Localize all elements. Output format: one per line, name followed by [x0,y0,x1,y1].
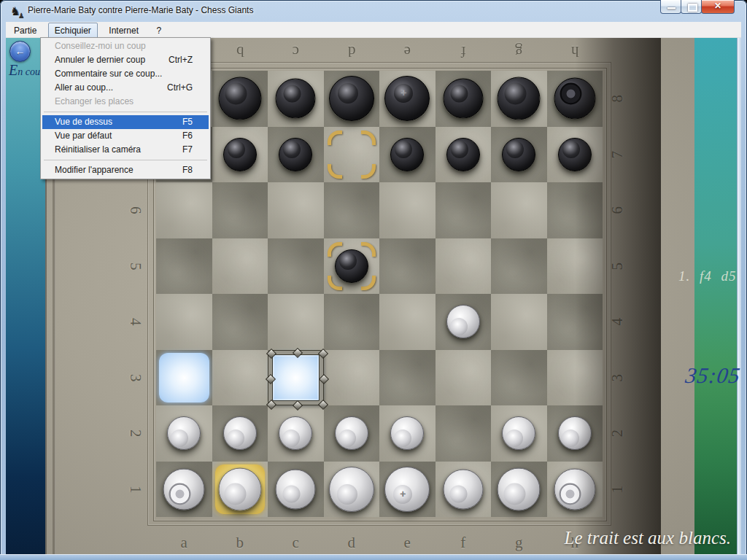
minimize-button[interactable] [660,0,681,14]
square-a6[interactable] [156,182,212,238]
menu-item-modifier-l-apparence[interactable]: Modifier l'apparenceF8 [42,163,209,177]
piece-white-queen-d1[interactable] [329,467,374,512]
square-f3[interactable] [436,350,492,406]
piece-white-pawn-a2[interactable] [167,416,201,450]
knight-head [503,483,525,505]
piece-black-queen-d8[interactable] [329,76,374,121]
piece-black-pawn-f7[interactable] [446,138,480,171]
square-f5[interactable] [436,238,492,295]
menu-item-commentaire-sur-ce-coup[interactable]: Commentaire sur ce coup... [42,67,209,81]
menu-item-shortcut: Ctrl+G [167,81,193,95]
menu-item-annuler-le-dernier-coup[interactable]: Annuler le dernier coupCtrl+Z [42,53,209,67]
square-b6[interactable] [212,182,268,238]
square-f6[interactable] [436,182,492,238]
chess-knight-icon: ♞♟ [10,5,25,18]
pawn-head [283,141,301,158]
file-label-top-g: g [491,42,547,61]
piece-white-pawn-g2[interactable] [502,416,535,450]
square-g4[interactable] [491,294,547,350]
square-d3[interactable] [324,350,380,406]
piece-black-bishop-f8[interactable] [443,79,483,119]
square-c6[interactable] [268,182,324,238]
rank-label-left-4: 4 [108,310,164,333]
square-a5[interactable] [156,238,212,295]
menu-bar: Partie Echiquier Internet ? [6,22,741,38]
cursor-frame-c3 [268,351,323,405]
back-button[interactable]: ← [9,41,31,62]
square-g3[interactable] [491,350,547,406]
menubar-item-partie[interactable]: Partie [7,23,43,39]
pawn-head [227,429,244,447]
piece-white-pawn-f4[interactable] [446,305,480,338]
turn-indicator: Le trait est aux blancs. [565,528,731,548]
square-f2[interactable] [436,405,492,462]
piece-white-pawn-d2[interactable] [335,416,368,450]
chess-board [156,71,603,517]
menu-item-vue-de-dessus[interactable]: Vue de dessusF5 [42,115,209,129]
piece-white-pawn-e2[interactable] [390,416,424,450]
square-b5[interactable] [212,238,268,295]
square-e4[interactable] [379,294,436,350]
rank-label-left-6: 6 [108,198,164,222]
navigation-panel: ← En cou [6,38,45,554]
pawn-head [282,429,300,447]
square-a4[interactable] [156,294,212,350]
square-d4[interactable] [324,294,380,350]
piece-black-king-e8[interactable] [384,76,430,121]
close-icon: ✕ [702,1,734,11]
piece-black-pawn-e7[interactable] [390,138,424,171]
close-button[interactable]: ✕ [701,0,735,14]
pawn-head [506,429,523,447]
menu-item-conseillez-moi-un-coup: Conseillez-moi un coup [42,39,209,53]
legal-move-highlight-a3 [159,353,209,403]
piece-black-knight-g8[interactable] [498,77,541,120]
square-g5[interactable] [491,238,547,295]
piece-white-bishop-f1[interactable] [443,469,483,509]
piece-black-pawn-g7[interactable] [502,138,535,171]
square-e3[interactable] [379,350,436,406]
piece-black-pawn-d5[interactable] [335,249,368,283]
menu-item-label: Conseillez-moi un coup [55,39,146,53]
square-e6[interactable] [379,182,436,238]
menu-item-shortcut: Ctrl+Z [169,53,193,67]
gold-corner-icon [328,164,342,179]
piece-white-knight-g1[interactable] [498,467,541,510]
piece-white-pawn-b2[interactable] [223,416,257,450]
rank-label-left-3: 3 [108,366,164,389]
pawn-head [450,318,468,335]
piece-white-bishop-c1[interactable] [276,469,316,509]
piece-black-knight-b8[interactable] [218,77,261,120]
rank-label-left-1: 1 [108,478,164,501]
move-entry: 1. f4 d5 [678,268,737,284]
file-label-top-e: e [379,42,436,61]
square-c4[interactable] [268,294,324,350]
piece-white-knight-b1[interactable] [218,467,261,510]
piece-white-king-e1[interactable] [384,467,430,512]
file-label-bottom-e: e [379,533,436,552]
gold-corner-icon [328,131,342,145]
file-label-bottom-b: b [212,533,268,552]
knight-head [504,82,526,104]
piece-white-rook-a1[interactable] [163,468,205,510]
pawn-head [395,141,412,158]
piece-black-pawn-b7[interactable] [223,138,257,171]
menu-item-vue-par-defaut[interactable]: Vue par défautF6 [42,129,209,143]
square-b4[interactable] [212,294,268,350]
title-bar[interactable]: ♞♟ Pierre-Marie Baty contre Pierre-Marie… [6,0,741,22]
square-g6[interactable] [491,182,547,238]
menu-item-aller-au-coup[interactable]: Aller au coup...Ctrl+G [42,81,209,95]
square-b3[interactable] [212,350,268,406]
square-e5[interactable] [379,238,436,295]
square-c5[interactable] [268,238,324,295]
rook-head [169,483,190,505]
square-d6[interactable] [324,182,380,238]
side-panel-scrollbar[interactable] [737,38,741,554]
piece-black-bishop-c8[interactable] [276,79,316,119]
piece-white-pawn-c2[interactable] [279,416,312,450]
back-arrow-icon: ← [10,44,30,58]
queen-head [338,83,358,104]
maximize-button[interactable] [681,0,702,14]
file-label-bottom-f: f [436,533,492,552]
menu-item-reinitialiser-la-camera[interactable]: Réinitialiser la caméraF7 [42,143,209,157]
piece-black-pawn-c7[interactable] [279,138,312,171]
